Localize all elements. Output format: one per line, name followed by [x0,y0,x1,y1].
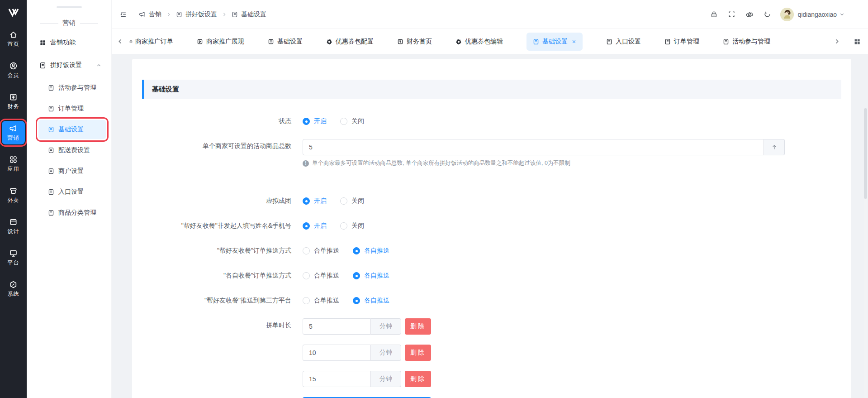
fullscreen-icon[interactable] [728,10,735,18]
sidebar-subitem-activity-management[interactable]: 活动参与管理 [38,78,106,97]
divider [40,23,58,24]
radio-virtual-group-off[interactable]: 关闭 [340,197,364,205]
tabs-scroll-left-icon[interactable] [117,38,123,44]
settings-card: 基础设置 状态 开启 关闭 [132,59,851,398]
radio-friend-info-off[interactable]: 关闭 [340,222,364,230]
sidebar-subitem-entry-settings[interactable]: 入口设置 [38,182,106,201]
radio-label: 关闭 [351,222,364,230]
badge-icon [48,168,54,174]
sidebar-subitem-basic-settings[interactable]: 基础设置 [38,120,106,139]
sidebar-subitem-order-management[interactable]: 订单管理 [38,99,106,118]
breadcrumb-item-pinhaofan-settings[interactable]: 拼好饭设置 [176,10,217,19]
delete-duration-button-1[interactable]: 删除 [405,318,431,335]
tab-order-management[interactable]: 订单管理 [664,38,699,46]
refresh-icon[interactable] [764,10,771,18]
sidebar-subitem-label: 入口设置 [58,188,84,196]
rail-item-label: 财务 [8,103,19,110]
tab-bar-right [834,38,861,45]
radio-push3-merge[interactable]: 合单推送 [303,297,339,305]
rail-item-label: 外卖 [8,197,19,204]
chevron-down-icon [840,12,844,17]
rail-item-home[interactable]: 首页 [2,27,25,51]
tab-coupon-package-config[interactable]: 优惠券包配置 [326,38,374,46]
page-content: 基础设置 状态 开启 关闭 [112,54,868,398]
tabs-scroll-right-icon[interactable] [834,38,840,44]
tab-list-grid-icon[interactable] [854,38,861,45]
breadcrumb-item-marketing[interactable]: 营销 [139,10,161,19]
avatar[interactable] [780,8,794,21]
radio-push2-merge[interactable]: 合单推送 [303,272,339,280]
finance-icon [397,38,403,45]
radio-push2-separate[interactable]: 各自推送 [353,272,389,280]
sidebar-subitem-product-category-management[interactable]: 商品分类管理 [38,203,106,222]
close-tab-icon[interactable] [572,39,576,44]
arrow-up-icon [771,144,778,150]
sidebar-subitem-delivery-fee-settings[interactable]: 配送费设置 [38,141,106,160]
tab-activity-management[interactable]: 活动参与管理 [723,38,770,46]
radio-dot [303,297,310,304]
sidebar-handle[interactable] [57,6,82,8]
tab-coupon-package-edit[interactable]: 优惠券包编辑 [455,38,503,46]
tab-basic-settings-1[interactable]: 基础设置 [268,38,303,46]
radio-label: 各自推送 [364,297,389,305]
rail-item-finance[interactable]: 财务 [2,90,25,113]
lock-icon[interactable] [710,10,718,18]
rail-item-takeout[interactable]: 外卖 [2,183,25,207]
radio-label: 开启 [314,117,327,125]
rail-item-design[interactable]: 设计 [2,215,25,238]
radio-dot [303,222,310,230]
duration-input-3[interactable] [303,371,370,387]
radio-status-off[interactable]: 关闭 [340,117,364,125]
menu-fold-icon[interactable] [119,10,127,18]
radio-friend-info-on[interactable]: 开启 [303,222,327,230]
radio-virtual-group-on[interactable]: 开启 [303,197,327,205]
sidebar-item-marketing-functions[interactable]: 营销功能 [27,31,111,54]
scrollbar-thumb[interactable] [864,108,867,199]
push3-radio-group: 合单推送 各自推送 [303,293,403,308]
field-label-virtual-group: 虚拟成团 [142,194,291,205]
sidebar-item-label: 拼好饭设置 [50,61,82,69]
duration-input-2[interactable] [303,345,370,361]
rail-item-platform[interactable]: 平台 [2,246,25,269]
basic-settings-form: 状态 开启 关闭 单个商家可设置的活动商品总数 [142,114,841,398]
badge-icon [39,62,46,69]
user-menu[interactable]: qidiangaoxiao [798,11,844,18]
breadcrumb-item-basic-settings[interactable]: 基础设置 [232,10,266,19]
delete-duration-button-3[interactable]: 删除 [405,371,431,387]
radio-label: 开启 [314,222,327,230]
sidebar-subitem-label: 活动参与管理 [58,84,96,92]
max-products-input[interactable] [303,139,764,155]
sidebar-title: 营销 [27,15,111,31]
rail-item-label: 系统 [8,290,19,298]
tab-finance-home[interactable]: 财务首页 [397,38,432,46]
doc-icon [129,38,133,45]
sidebar-subitem-merchant-settings[interactable]: 商户设置 [38,162,106,181]
tab-entry-settings[interactable]: 入口设置 [606,38,641,46]
rail-item-system[interactable]: 系统 [2,277,25,301]
radio-push1-separate[interactable]: 各自推送 [353,247,389,255]
radio-push3-separate[interactable]: 各自推送 [353,297,389,305]
radio-status-on[interactable]: 开启 [303,117,327,125]
sidebar-item-pinhaofan-settings[interactable]: 拼好饭设置 [27,54,111,77]
rail-item-marketing[interactable]: 营销 [2,121,25,144]
app-logo-icon[interactable] [6,5,21,21]
tab-merchant-promo-orders[interactable]: 商家推广订单 [129,38,173,46]
tab-basic-settings-active[interactable]: 基础设置 [526,33,583,51]
radio-push1-merge[interactable]: 合单推送 [303,247,339,255]
field-label-push3: "帮好友收餐"推送到第三方平台 [142,293,291,305]
duration-input-1[interactable] [303,318,370,335]
delete-duration-button-2[interactable]: 删除 [405,345,431,361]
rail-item-apps[interactable]: 应用 [2,152,25,176]
badge-icon [48,189,54,195]
tab-merchant-promo-display[interactable]: 商家推广展现 [197,38,244,46]
apps-icon [9,155,18,164]
duration-row: 分钟 删除 [303,345,431,361]
rail-item-label: 平台 [8,259,19,267]
coupon-tags-icon[interactable] [745,10,754,19]
radio-label: 关闭 [351,197,364,205]
radio-label: 开启 [314,197,327,205]
sidebar-subitem-label: 配送费设置 [58,146,90,154]
stepper-up-button[interactable] [764,139,785,155]
radio-label: 合单推送 [314,247,339,255]
rail-item-member[interactable]: 会员 [2,58,25,82]
